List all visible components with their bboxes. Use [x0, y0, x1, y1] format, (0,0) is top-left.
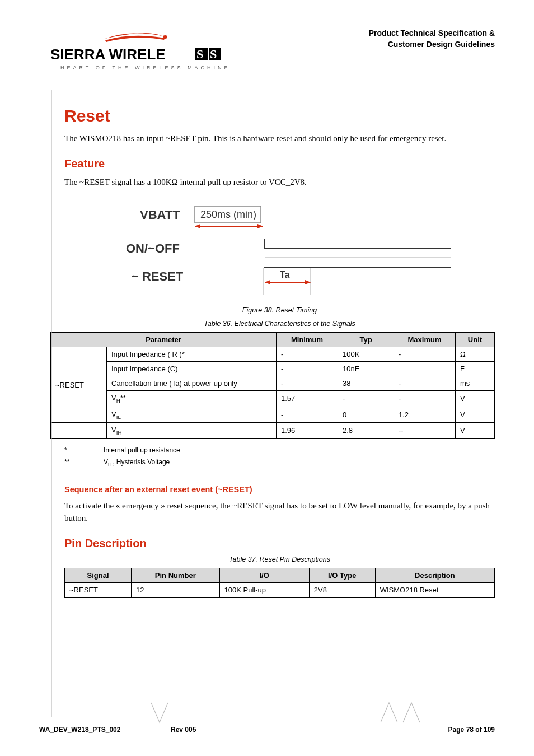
unit-cell: Ω: [456, 347, 495, 362]
svg-marker-10: [195, 224, 200, 228]
pin-cell: 12: [132, 582, 220, 597]
page-footer: WA_DEV_W218_PTS_002 Rev 005 Page 78 of 1…: [39, 726, 495, 734]
max-cell: -: [394, 391, 456, 407]
col-desc: Description: [375, 568, 494, 582]
min-time-label: 250ms (min): [200, 209, 256, 220]
footnote-sym: *: [64, 445, 104, 457]
unit-cell: ms: [456, 376, 495, 391]
svg-text:S: S: [196, 47, 203, 61]
svg-text:SIERRA WIRELE: SIERRA WIRELE: [50, 46, 166, 63]
signal-cell: ~RESET: [65, 582, 132, 597]
doc-id: WA_DEV_W218_PTS_002: [39, 726, 120, 734]
ta-label: Ta: [280, 270, 290, 279]
table-header-row: Signal Pin Number I/O I/O Type Descripti…: [65, 568, 495, 582]
sequence-para: To activate the « emergency » reset sequ…: [64, 500, 495, 525]
col-unit: Unit: [456, 333, 495, 347]
max-cell: -: [394, 376, 456, 391]
min-cell: -: [277, 362, 338, 376]
unit-cell: V: [456, 423, 495, 439]
unit-cell: F: [456, 362, 495, 376]
svg-point-0: [163, 35, 167, 39]
typ-cell: 38: [338, 376, 394, 391]
spec-line-1: Product Technical Specification &: [369, 28, 495, 39]
reset-timing-diagram: VBATT 250ms (min) ON/~OFF ~ RESET Ta: [106, 199, 453, 300]
col-parameter: Parameter: [51, 333, 277, 347]
min-cell: 1.96: [277, 423, 338, 439]
desc-cell: WISMO218 Reset: [375, 582, 494, 597]
pin-description-heading: Pin Description: [64, 537, 495, 550]
table-row: Cancellation time (Ta) at power up only …: [51, 376, 495, 391]
electrical-characteristics-table: Parameter Minimum Typ Maximum Unit ~RESE…: [50, 332, 495, 439]
typ-cell: 100K: [338, 347, 394, 362]
reset-intro: The WISMO218 has an input ~RESET pin. Th…: [64, 132, 495, 145]
max-cell: -: [394, 347, 456, 362]
max-cell: --: [394, 423, 456, 439]
spec-title: Product Technical Specification & Custom…: [369, 28, 495, 50]
max-cell: 1.2: [394, 407, 456, 423]
svg-marker-19: [305, 280, 311, 284]
table-row: VIL - 0 1.2 V: [51, 407, 495, 423]
param-cell: Cancellation time (Ta) at power up only: [107, 376, 277, 391]
max-cell: [394, 362, 456, 376]
typ-cell: 0: [338, 407, 394, 423]
min-cell: -: [277, 347, 338, 362]
col-pinnum: Pin Number: [132, 568, 220, 582]
vbatt-label: VBATT: [140, 208, 180, 222]
page-number: Page 78 of 109: [448, 726, 495, 734]
reset-label: ~ RESET: [132, 269, 184, 283]
table-row: Input Impedance (C) - 10nF F: [51, 362, 495, 376]
footnote-text: VH : Hysterisis Voltage: [104, 456, 170, 469]
table-row: ~RESET Input Impedance ( R )* - 100K - Ω: [51, 347, 495, 362]
col-signal: Signal: [65, 568, 132, 582]
min-cell: -: [277, 376, 338, 391]
table36-caption: Table 36. Electrical Characteristics of …: [64, 320, 495, 328]
col-io: I/O: [219, 568, 309, 582]
min-cell: -: [277, 407, 338, 423]
col-maximum: Maximum: [394, 333, 456, 347]
typ-cell: -: [338, 391, 394, 407]
reset-heading: Reset: [64, 106, 495, 125]
table-row: VH** 1.57 - - V: [51, 391, 495, 407]
feature-heading: Feature: [64, 157, 495, 170]
iotype-cell: 2V8: [309, 582, 375, 597]
group-cell: ~RESET: [51, 347, 107, 423]
param-cell: VIL: [107, 407, 277, 423]
param-cell: VH**: [107, 391, 277, 407]
typ-cell: 10nF: [338, 362, 394, 376]
min-cell: 1.57: [277, 391, 338, 407]
svg-text:S: S: [210, 47, 217, 61]
typ-cell: 2.8: [338, 423, 394, 439]
param-cell: Input Impedance ( R )*: [107, 347, 277, 362]
col-typ: Typ: [338, 333, 394, 347]
io-cell: 100K Pull-up: [219, 582, 309, 597]
svg-text:HEART OF THE WIRELESS MACHINE®: HEART OF THE WIRELESS MACHINE®: [60, 65, 229, 71]
svg-marker-11: [257, 224, 263, 228]
pin-descriptions-table: Signal Pin Number I/O I/O Type Descripti…: [64, 568, 495, 598]
table-row: ~RESET 12 100K Pull-up 2V8 WISMO218 Rese…: [65, 582, 495, 597]
sequence-heading: Sequence after an external reset event (…: [64, 485, 495, 494]
sierra-logo: SIERRA WIRELE S S HEART OF THE WIRELESS …: [50, 28, 229, 78]
param-cell: Input Impedance (C): [107, 362, 277, 376]
unit-cell: V: [456, 391, 495, 407]
footnotes: * Internal pull up resistance ** VH : Hy…: [64, 445, 495, 469]
svg-marker-18: [265, 280, 270, 284]
footnote-text: Internal pull up resistance: [104, 445, 180, 457]
footnote-sym: **: [64, 456, 104, 469]
unit-cell: V: [456, 407, 495, 423]
feature-intro: The ~RESET signal has a 100KΩ internal p…: [64, 176, 495, 189]
spec-line-2: Customer Design Guidelines: [369, 39, 495, 50]
param-cell: VIH: [107, 423, 277, 439]
col-minimum: Minimum: [277, 333, 338, 347]
table-header-row: Parameter Minimum Typ Maximum Unit: [51, 333, 495, 347]
table37-caption: Table 37. Reset Pin Descriptions: [64, 556, 495, 563]
doc-rev: Rev 005: [171, 726, 196, 734]
table-row: VIH 1.96 2.8 -- V: [51, 423, 495, 439]
onoff-label: ON/~OFF: [126, 241, 180, 255]
figure-caption: Figure 38. Reset Timing: [64, 306, 495, 314]
col-iotype: I/O Type: [309, 568, 375, 582]
